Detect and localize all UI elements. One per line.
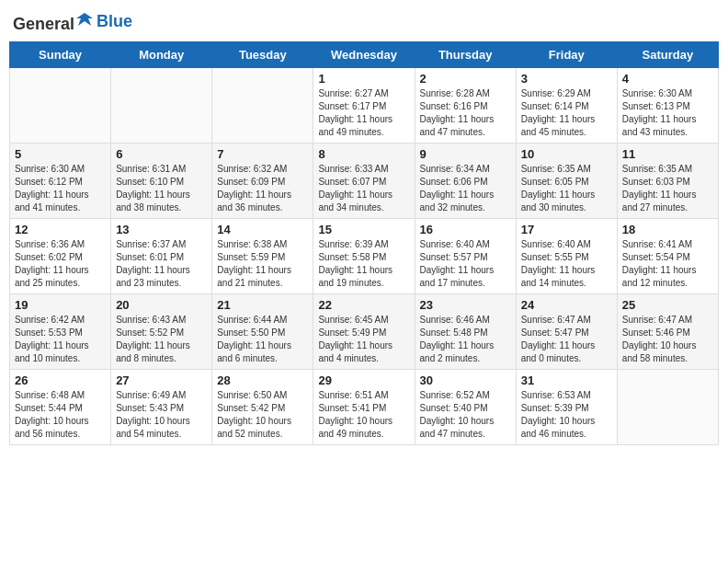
day-number: 31 <box>521 373 612 387</box>
day-cell-29: 29Sunrise: 6:51 AM Sunset: 5:41 PM Dayli… <box>313 370 415 445</box>
day-number: 1 <box>318 72 409 86</box>
column-header-friday: Friday <box>516 42 617 68</box>
empty-cell <box>212 68 313 144</box>
day-cell-2: 2Sunrise: 6:28 AM Sunset: 6:16 PM Daylig… <box>415 68 516 144</box>
day-cell-22: 22Sunrise: 6:45 AM Sunset: 5:49 PM Dayli… <box>313 294 415 370</box>
day-number: 25 <box>622 298 713 312</box>
empty-cell <box>10 68 111 144</box>
day-number: 19 <box>15 298 106 312</box>
day-cell-12: 12Sunrise: 6:36 AM Sunset: 6:02 PM Dayli… <box>10 219 111 294</box>
day-number: 12 <box>15 223 106 236</box>
day-cell-8: 8Sunrise: 6:33 AM Sunset: 6:07 PM Daylig… <box>313 144 415 219</box>
day-info: Sunrise: 6:48 AM Sunset: 5:44 PM Dayligh… <box>15 389 106 441</box>
column-header-sunday: Sunday <box>10 42 111 68</box>
day-info: Sunrise: 6:43 AM Sunset: 5:52 PM Dayligh… <box>116 314 207 365</box>
day-info: Sunrise: 6:32 AM Sunset: 6:09 PM Dayligh… <box>217 163 308 214</box>
day-number: 23 <box>420 298 511 312</box>
column-header-saturday: Saturday <box>617 42 718 68</box>
day-info: Sunrise: 6:31 AM Sunset: 6:10 PM Dayligh… <box>116 163 207 214</box>
day-cell-28: 28Sunrise: 6:50 AM Sunset: 5:42 PM Dayli… <box>212 370 313 445</box>
calendar-header-row: SundayMondayTuesdayWednesdayThursdayFrid… <box>10 42 719 68</box>
logo-blue: Blue <box>97 12 132 30</box>
day-cell-13: 13Sunrise: 6:37 AM Sunset: 6:01 PM Dayli… <box>111 219 212 294</box>
day-cell-17: 17Sunrise: 6:40 AM Sunset: 5:55 PM Dayli… <box>516 219 617 294</box>
day-number: 8 <box>318 147 409 161</box>
week-row-3: 12Sunrise: 6:36 AM Sunset: 6:02 PM Dayli… <box>10 219 719 294</box>
day-info: Sunrise: 6:42 AM Sunset: 5:53 PM Dayligh… <box>15 314 106 365</box>
day-cell-21: 21Sunrise: 6:44 AM Sunset: 5:50 PM Dayli… <box>212 294 313 370</box>
day-number: 11 <box>622 147 713 161</box>
day-info: Sunrise: 6:35 AM Sunset: 6:03 PM Dayligh… <box>622 163 713 214</box>
logo: General Blue <box>13 9 132 34</box>
week-row-4: 19Sunrise: 6:42 AM Sunset: 5:53 PM Dayli… <box>10 294 719 370</box>
week-row-5: 26Sunrise: 6:48 AM Sunset: 5:44 PM Dayli… <box>10 370 719 445</box>
day-number: 3 <box>521 72 612 86</box>
day-cell-26: 26Sunrise: 6:48 AM Sunset: 5:44 PM Dayli… <box>10 370 111 445</box>
day-info: Sunrise: 6:47 AM Sunset: 5:47 PM Dayligh… <box>521 314 612 365</box>
day-number: 17 <box>521 223 612 236</box>
day-number: 2 <box>420 72 511 86</box>
day-number: 7 <box>217 147 308 161</box>
day-info: Sunrise: 6:45 AM Sunset: 5:49 PM Dayligh… <box>318 314 409 365</box>
day-cell-30: 30Sunrise: 6:52 AM Sunset: 5:40 PM Dayli… <box>415 370 516 445</box>
day-number: 29 <box>318 373 409 387</box>
day-info: Sunrise: 6:33 AM Sunset: 6:07 PM Dayligh… <box>318 163 409 214</box>
page-header: General Blue <box>9 9 719 34</box>
day-cell-4: 4Sunrise: 6:30 AM Sunset: 6:13 PM Daylig… <box>617 68 718 144</box>
day-info: Sunrise: 6:38 AM Sunset: 5:59 PM Dayligh… <box>217 238 308 290</box>
day-cell-6: 6Sunrise: 6:31 AM Sunset: 6:10 PM Daylig… <box>111 144 212 219</box>
day-cell-3: 3Sunrise: 6:29 AM Sunset: 6:14 PM Daylig… <box>516 68 617 144</box>
day-info: Sunrise: 6:28 AM Sunset: 6:16 PM Dayligh… <box>420 87 511 139</box>
day-info: Sunrise: 6:30 AM Sunset: 6:12 PM Dayligh… <box>15 163 106 214</box>
day-number: 20 <box>116 298 207 312</box>
day-number: 15 <box>318 223 409 236</box>
day-info: Sunrise: 6:39 AM Sunset: 5:58 PM Dayligh… <box>318 238 409 290</box>
day-info: Sunrise: 6:34 AM Sunset: 6:06 PM Dayligh… <box>420 163 511 214</box>
day-cell-5: 5Sunrise: 6:30 AM Sunset: 6:12 PM Daylig… <box>10 144 111 219</box>
day-cell-24: 24Sunrise: 6:47 AM Sunset: 5:47 PM Dayli… <box>516 294 617 370</box>
day-cell-18: 18Sunrise: 6:41 AM Sunset: 5:54 PM Dayli… <box>617 219 718 294</box>
day-number: 13 <box>116 223 207 236</box>
day-info: Sunrise: 6:36 AM Sunset: 6:02 PM Dayligh… <box>15 238 106 290</box>
day-number: 5 <box>15 147 106 161</box>
day-number: 30 <box>420 373 511 387</box>
day-cell-20: 20Sunrise: 6:43 AM Sunset: 5:52 PM Dayli… <box>111 294 212 370</box>
day-cell-14: 14Sunrise: 6:38 AM Sunset: 5:59 PM Dayli… <box>212 219 313 294</box>
day-cell-25: 25Sunrise: 6:47 AM Sunset: 5:46 PM Dayli… <box>617 294 718 370</box>
day-info: Sunrise: 6:44 AM Sunset: 5:50 PM Dayligh… <box>217 314 308 365</box>
day-info: Sunrise: 6:29 AM Sunset: 6:14 PM Dayligh… <box>521 87 612 139</box>
day-info: Sunrise: 6:40 AM Sunset: 5:57 PM Dayligh… <box>420 238 511 290</box>
day-cell-7: 7Sunrise: 6:32 AM Sunset: 6:09 PM Daylig… <box>212 144 313 219</box>
day-cell-23: 23Sunrise: 6:46 AM Sunset: 5:48 PM Dayli… <box>415 294 516 370</box>
week-row-1: 1Sunrise: 6:27 AM Sunset: 6:17 PM Daylig… <box>10 68 719 144</box>
day-cell-11: 11Sunrise: 6:35 AM Sunset: 6:03 PM Dayli… <box>617 144 718 219</box>
day-info: Sunrise: 6:37 AM Sunset: 6:01 PM Dayligh… <box>116 238 207 290</box>
day-number: 14 <box>217 223 308 236</box>
day-number: 9 <box>420 147 511 161</box>
day-number: 4 <box>622 72 713 86</box>
day-info: Sunrise: 6:27 AM Sunset: 6:17 PM Dayligh… <box>318 87 409 139</box>
svg-marker-0 <box>76 13 93 26</box>
empty-cell <box>111 68 212 144</box>
day-info: Sunrise: 6:46 AM Sunset: 5:48 PM Dayligh… <box>420 314 511 365</box>
calendar-table: SundayMondayTuesdayWednesdayThursdayFrid… <box>9 41 719 445</box>
day-info: Sunrise: 6:50 AM Sunset: 5:42 PM Dayligh… <box>217 389 308 441</box>
column-header-tuesday: Tuesday <box>212 42 313 68</box>
day-info: Sunrise: 6:41 AM Sunset: 5:54 PM Dayligh… <box>622 238 713 290</box>
day-number: 27 <box>116 373 207 387</box>
day-info: Sunrise: 6:47 AM Sunset: 5:46 PM Dayligh… <box>622 314 713 365</box>
day-info: Sunrise: 6:30 AM Sunset: 6:13 PM Dayligh… <box>622 87 713 139</box>
day-cell-1: 1Sunrise: 6:27 AM Sunset: 6:17 PM Daylig… <box>313 68 415 144</box>
day-number: 16 <box>420 223 511 236</box>
day-number: 6 <box>116 147 207 161</box>
day-number: 18 <box>622 223 713 236</box>
day-info: Sunrise: 6:35 AM Sunset: 6:05 PM Dayligh… <box>521 163 612 214</box>
logo-general: General <box>13 15 74 33</box>
logo-bird-icon <box>74 9 95 29</box>
day-number: 22 <box>318 298 409 312</box>
column-header-thursday: Thursday <box>415 42 516 68</box>
day-number: 28 <box>217 373 308 387</box>
day-number: 24 <box>521 298 612 312</box>
column-header-monday: Monday <box>111 42 212 68</box>
day-info: Sunrise: 6:53 AM Sunset: 5:39 PM Dayligh… <box>521 389 612 441</box>
